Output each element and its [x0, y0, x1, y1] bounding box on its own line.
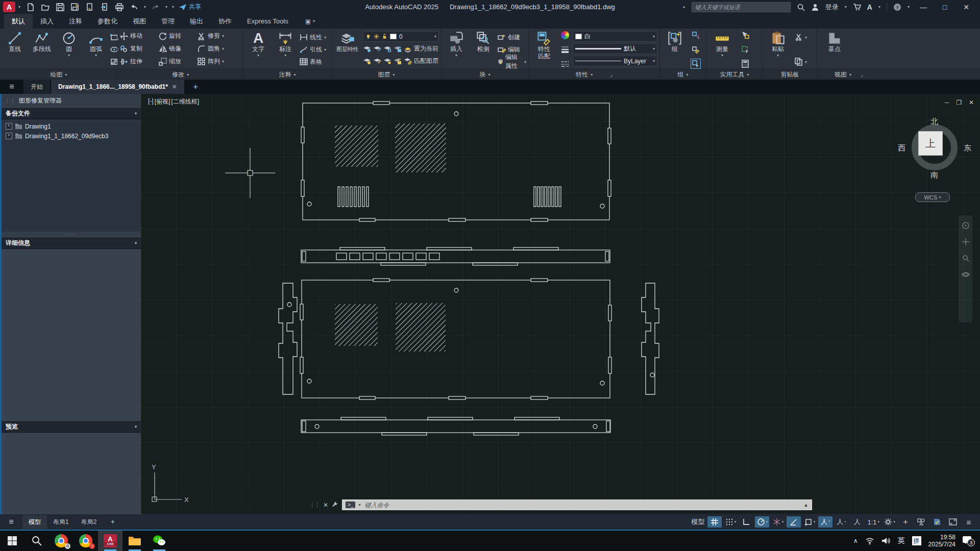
cut-button[interactable]: ▾ — [795, 31, 807, 43]
command-close-icon[interactable]: ✕ — [323, 502, 328, 509]
mirror-button[interactable]: 镜像 — [159, 43, 195, 55]
scale-button[interactable]: 缩放 — [159, 56, 195, 68]
print-button[interactable] — [114, 2, 125, 12]
command-input-bar[interactable]: >_ ▾ ▲ — [342, 499, 812, 510]
autodesk-caret-icon[interactable]: ▾ — [878, 5, 880, 9]
polar-tracking-toggle[interactable]: ▾ — [755, 516, 769, 528]
app-store-cart-icon[interactable] — [853, 3, 861, 11]
minimize-button[interactable]: — — [916, 3, 931, 11]
steering-wheel-icon[interactable] — [962, 221, 970, 230]
viewcube-west[interactable]: 西 — [898, 143, 905, 153]
save-button[interactable] — [55, 2, 65, 12]
navigation-bar[interactable] — [959, 215, 972, 322]
layer-off-button[interactable] — [363, 44, 371, 53]
group-button[interactable]: 组 — [662, 30, 688, 69]
doc-minimize-button[interactable]: ─ — [945, 99, 949, 106]
viewcube-east[interactable]: 东 — [964, 143, 971, 153]
maximize-button[interactable]: □ — [937, 3, 952, 11]
linetype-dropdown[interactable]: ByLayer▾ — [573, 56, 657, 66]
viewcube[interactable]: 北 西 东 南 上 — [907, 120, 962, 175]
autodesk-logo-icon[interactable]: A — [867, 3, 872, 11]
isodraft-toggle[interactable]: ▾ — [771, 516, 785, 528]
select-objects-button[interactable] — [741, 45, 749, 54]
ribbon-tab-express-tools[interactable]: Express Tools — [239, 14, 296, 29]
annotation-visibility-toggle[interactable]: 人° — [818, 516, 832, 528]
lineweight-dropdown[interactable]: 默认▾ — [573, 43, 657, 54]
set-current-layer-button[interactable]: 置为当前 — [404, 42, 438, 55]
line-button[interactable]: 直线 — [2, 30, 28, 69]
tree-item-drawing1-backup[interactable]: + Drawing1_1_18662_09d9ecb3 — [2, 131, 141, 141]
preview-header[interactable]: 预览▾ — [2, 420, 141, 433]
clock[interactable]: 19:58 2025/7/24 — [928, 534, 955, 548]
doc-restore-button[interactable]: ❐ — [956, 99, 962, 106]
layer-freeze-button[interactable] — [383, 44, 391, 53]
ribbon-tab-annotate[interactable]: 注释 — [61, 14, 90, 29]
undo-caret-icon[interactable]: ▾ — [144, 5, 146, 9]
clean-screen-button[interactable] — [946, 516, 960, 528]
ribbon-tab-manage[interactable]: 管理 — [154, 14, 182, 29]
group-edit-button[interactable] — [692, 45, 700, 54]
backup-collapse-icon[interactable]: ▾ — [135, 111, 137, 116]
circle-button[interactable]: 圆▾ — [56, 30, 82, 69]
annotation-autoscale-toggle[interactable]: 人* — [834, 516, 848, 528]
taskbar-file-explorer[interactable] — [122, 531, 147, 551]
object-snap-tracking-toggle[interactable] — [787, 516, 801, 528]
app-menu-caret-icon[interactable]: ▾ — [18, 5, 20, 9]
signin-caret-icon[interactable]: ▾ — [845, 5, 847, 9]
hidden-icons-chevron[interactable]: ∧ — [853, 537, 858, 544]
pan-icon[interactable] — [962, 238, 970, 246]
status-customize-button[interactable]: ≡ — [962, 516, 976, 528]
file-tab-document[interactable]: Drawing1_1_1866..._18958_90fbabd1*✕ — [51, 80, 184, 94]
properties-expander-icon[interactable]: ⌟ — [609, 71, 612, 78]
object-color-dropdown[interactable]: 白▾ — [573, 31, 657, 42]
copy-clip-button[interactable]: ▾ — [795, 56, 807, 68]
dimension-button[interactable]: 标注▾ — [273, 30, 298, 69]
table-button[interactable]: 表格 — [300, 56, 326, 68]
notification-center-button[interactable]: 3 — [963, 535, 975, 546]
signin-button[interactable]: 登录 — [825, 3, 839, 12]
array-button[interactable]: 阵列▾ — [198, 56, 224, 68]
panel-block-footer[interactable]: 块▾ — [442, 69, 528, 80]
panel-annotation-footer[interactable]: 注释▾ — [243, 69, 331, 80]
ribbon-tab-insert[interactable]: 插入 — [33, 14, 61, 29]
annotation-scale-icon-button[interactable]: 人 — [850, 516, 864, 528]
viewport-view-control[interactable]: [俯视] — [155, 97, 170, 106]
wifi-icon[interactable] — [865, 537, 874, 545]
color-wheel-icon[interactable] — [561, 31, 569, 39]
taskbar-wechat[interactable] — [147, 531, 172, 551]
expand-icon[interactable]: + — [6, 133, 12, 139]
layer-isolate-button[interactable] — [373, 44, 381, 53]
ribbon-tab-output[interactable]: 输出 — [182, 14, 211, 29]
text-button[interactable]: A 文字▾ — [246, 30, 271, 69]
details-header[interactable]: 详细信息▾ — [2, 237, 141, 249]
palette-grip-icon[interactable]: ⋮⋮ — [5, 98, 16, 104]
panel-view-footer[interactable]: 视图▾⌟ — [817, 69, 980, 80]
stretch-button[interactable]: 拉伸 — [120, 56, 157, 68]
trim-button[interactable]: 修剪▾ — [198, 30, 224, 42]
polyline-button[interactable]: 多段线 — [29, 30, 55, 69]
layer-unisolate-button[interactable] — [373, 57, 381, 65]
copy-button[interactable]: 复制 — [120, 43, 157, 55]
panel-properties-footer[interactable]: 特性▾⌟ — [529, 69, 659, 80]
panel-groups-footer[interactable]: 组▾ — [660, 69, 706, 80]
isolate-objects-button[interactable] — [914, 516, 928, 528]
doc-close-button[interactable]: ✕ — [969, 99, 974, 106]
viewport-visual-style-control[interactable]: [二维线框] — [171, 97, 199, 106]
taskbar-chrome-2[interactable]: ! — [74, 531, 98, 551]
group-selection-toggle[interactable] — [692, 60, 700, 68]
rotate-button[interactable]: 旋转 — [159, 30, 195, 42]
fillet-button[interactable]: 圆角▾ — [198, 43, 224, 55]
layer-properties-button[interactable]: 图层特性 — [334, 30, 361, 69]
lineweight-icon[interactable] — [561, 45, 569, 54]
close-button[interactable]: ✕ — [959, 3, 974, 11]
palette-title-bar[interactable]: ⋮⋮ 图形修复管理器 — [2, 94, 141, 107]
match-layer-button[interactable]: 匹配图层 — [404, 55, 438, 67]
share-button[interactable]: 共享 — [179, 3, 201, 11]
layer-on-button[interactable] — [363, 57, 371, 65]
file-tab-close-icon[interactable]: ✕ — [172, 83, 177, 90]
measure-button[interactable]: 测量▾ — [708, 30, 736, 69]
ime-mode-indicator[interactable]: 拼 — [912, 536, 921, 545]
layout-tab-model[interactable]: 模型 — [22, 515, 47, 529]
viewcube-top-face[interactable]: 上 — [918, 131, 943, 156]
paste-button[interactable]: 粘贴▾ — [765, 30, 791, 69]
